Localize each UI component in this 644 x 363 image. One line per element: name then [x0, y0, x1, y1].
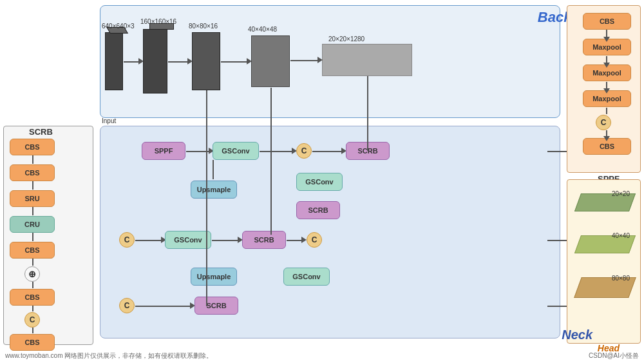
- scrb-title: SCRB: [29, 127, 53, 137]
- neck-label: Neck: [562, 328, 592, 342]
- input-label: Input: [102, 117, 116, 124]
- neck-arr-down1: [213, 160, 214, 179]
- conn-arr3: [206, 90, 207, 306]
- block-40: [251, 35, 290, 87]
- neck-upsmaple2: Upsmaple: [191, 268, 237, 286]
- scrb-c: C: [24, 312, 40, 328]
- neck-arr7: [135, 306, 193, 307]
- conn-arr-head3: [547, 306, 567, 307]
- block-80: [192, 32, 220, 90]
- conn-arr-head1: [547, 151, 567, 152]
- sppf-arrhead-2: [603, 63, 610, 68]
- neck-arr4: [135, 240, 164, 241]
- dim-160: 160×160×16: [140, 18, 176, 25]
- neck-arr5: [212, 240, 241, 241]
- sppf-arrhead-3: [603, 88, 610, 93]
- neck-sppf: SPPF: [142, 142, 185, 160]
- input-block: [105, 32, 123, 90]
- scrb-cbs2: CBS: [10, 164, 55, 181]
- scrb-cbs5: CBS: [10, 334, 55, 351]
- scrb-region: [3, 126, 93, 345]
- arrow-3: [221, 61, 250, 63]
- footer-right: CSDN@AI小怪兽: [589, 351, 639, 360]
- scrb-arr4: [32, 233, 33, 241]
- neck-gsconv4: GSConv: [283, 268, 330, 286]
- neck-gsconv2: GSConv: [296, 173, 343, 191]
- conn-arr-head2: [547, 240, 567, 241]
- arrow-4: [290, 60, 321, 61]
- head-dim-80: 80×80: [612, 275, 630, 282]
- neck-gsconv3: GSConv: [165, 231, 211, 249]
- arrowhead-4: [317, 57, 323, 63]
- dim-80: 80×80×16: [189, 23, 218, 30]
- dim-40: 40×40×48: [248, 26, 277, 33]
- scrb-arr7: [32, 306, 33, 311]
- sppf-arrhead-1: [603, 37, 610, 42]
- diagram-container: Backbone SCRB SPPF Head Input 640×640×3 …: [0, 0, 644, 363]
- scrb-arr3: [32, 207, 33, 215]
- scrb-cbs4: CBS: [10, 289, 55, 306]
- scrb-cru: CRU: [10, 216, 55, 233]
- neck-arr1: [186, 151, 212, 152]
- scrb-arr5: [32, 259, 33, 266]
- neck-gsconv1: GSConv: [213, 142, 259, 160]
- scrb-arr8: [32, 328, 33, 333]
- neck-c2: C: [119, 232, 135, 248]
- scrb-arr1: [32, 155, 33, 164]
- neck-c1: C: [296, 143, 312, 159]
- conn-arr1: [270, 88, 272, 235]
- scrb-sru: SRU: [10, 190, 55, 207]
- neck-scrb2: SCRB: [296, 201, 340, 219]
- scrb-arr2: [32, 181, 33, 190]
- scrb-cbs1: CBS: [10, 139, 55, 155]
- block-160: [143, 29, 167, 93]
- scrb-plus: ⊕: [24, 266, 40, 282]
- sppf-arr-4: [606, 108, 607, 114]
- arrowhead-3: [247, 58, 252, 64]
- sppf-c-box: C: [596, 115, 611, 130]
- head-dim-20: 20×20: [612, 190, 630, 197]
- sppf-cbs-box: CBS: [583, 13, 631, 30]
- neck-upsmaple1: Upsmaple: [191, 181, 237, 199]
- head-dim-40: 40×40: [612, 232, 630, 239]
- neck-arr2: [260, 151, 295, 152]
- neck-scrb3: SCRB: [242, 231, 286, 249]
- arrowhead-2: [187, 58, 193, 64]
- neck-c4: C: [119, 298, 135, 313]
- arrowhead-1: [138, 58, 144, 64]
- sppf-arrhead-5: [603, 136, 610, 141]
- neck-scrb4: SCRB: [194, 297, 238, 315]
- conn-arr2: [367, 76, 368, 151]
- neck-arr3: [312, 151, 345, 152]
- footer-left: www.toymoban.com 网络图片仅供展示，非存储，如有侵权请联系删除。: [5, 351, 213, 360]
- dim-20: 20×20×1280: [328, 35, 365, 43]
- scrb-arr6: [32, 282, 33, 288]
- neck-arrhead6: [301, 237, 307, 243]
- block-20: [322, 44, 412, 76]
- scrb-cbs3: CBS: [10, 242, 55, 259]
- dim-640: 640×640×3: [102, 23, 135, 30]
- neck-c3: C: [307, 232, 322, 248]
